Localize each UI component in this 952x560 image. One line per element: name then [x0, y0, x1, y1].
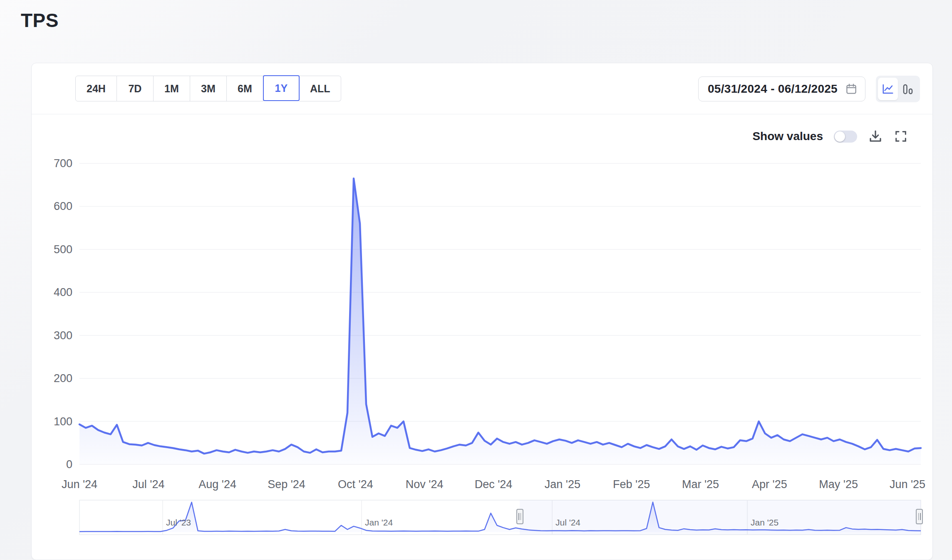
- range-button-3m[interactable]: 3M: [190, 76, 227, 101]
- toggle-knob: [835, 131, 845, 142]
- navigator-left-handle[interactable]: [516, 509, 523, 524]
- range-button-1y[interactable]: 1Y: [263, 75, 300, 101]
- x-axis-tick-label: Feb '25: [613, 478, 650, 491]
- range-button-all[interactable]: ALL: [299, 76, 342, 101]
- toolbar-right: 05/31/2024 - 06/12/2025: [698, 76, 920, 102]
- x-axis-tick-label: Jun '24: [62, 478, 97, 491]
- bar-chart-icon: [902, 83, 914, 95]
- y-axis-tick-label: 200: [39, 372, 72, 385]
- download-button[interactable]: [868, 129, 883, 144]
- date-range-picker[interactable]: 05/31/2024 - 06/12/2025: [698, 76, 865, 101]
- show-values-label: Show values: [752, 130, 823, 143]
- fullscreen-icon: [894, 129, 908, 143]
- y-axis-tick-label: 700: [39, 157, 72, 170]
- calendar-icon: [845, 83, 858, 95]
- line-chart-type-button[interactable]: [878, 78, 898, 100]
- chart-type-toggle-group: [876, 76, 920, 102]
- range-button-1m[interactable]: 1M: [154, 76, 190, 101]
- x-axis-tick-label: Jul '24: [132, 478, 164, 491]
- page-title: TPS: [21, 9, 59, 32]
- x-axis-tick-label: May '25: [819, 478, 858, 491]
- y-axis-tick-label: 0: [39, 458, 72, 471]
- main-series-line: [79, 178, 921, 454]
- line-chart-icon: [882, 83, 894, 95]
- toolbar-divider: [32, 114, 932, 114]
- range-button-6m[interactable]: 6M: [227, 76, 263, 101]
- show-values-toggle[interactable]: [834, 131, 857, 143]
- x-axis-tick-label: Jan '25: [545, 478, 580, 491]
- chart-card: 24H 7D 1M 3M 6M 1Y ALL 05/31/2024 - 06/1…: [31, 63, 933, 560]
- x-axis-tick-label: Apr '25: [752, 478, 787, 491]
- x-axis-tick-label: Sep '24: [268, 478, 305, 491]
- fullscreen-button[interactable]: [894, 129, 908, 143]
- navigator-tick-label: Jul '23: [166, 518, 191, 528]
- date-range-value: 05/31/2024 - 06/12/2025: [708, 82, 838, 96]
- toolbar: 24H 7D 1M 3M 6M 1Y ALL 05/31/2024 - 06/1…: [32, 63, 932, 114]
- x-axis-tick-label: Mar '25: [682, 478, 719, 491]
- navigator-right-handle[interactable]: [916, 509, 923, 524]
- y-axis-tick-label: 600: [39, 200, 72, 213]
- navigator-tick-label: Jan '25: [751, 518, 778, 528]
- time-range-group: 24H 7D 1M 3M 6M 1Y ALL: [75, 76, 341, 101]
- x-axis-tick-label: Nov '24: [406, 478, 444, 491]
- navigator-tick-label: Jan '24: [365, 518, 393, 528]
- y-axis-tick-label: 300: [39, 329, 72, 342]
- range-button-7d[interactable]: 7D: [117, 76, 154, 101]
- x-axis-tick-label: Dec '24: [475, 478, 513, 491]
- x-axis-tick-label: Oct '24: [338, 478, 373, 491]
- bar-chart-type-button[interactable]: [898, 78, 918, 100]
- download-icon: [868, 129, 883, 144]
- chart-header: Show values: [752, 129, 908, 144]
- main-series-area: [79, 178, 921, 464]
- y-axis-tick-label: 100: [39, 415, 72, 428]
- x-axis-tick-label: Jun '25: [890, 478, 925, 491]
- gridlines: [79, 163, 921, 464]
- range-button-24h[interactable]: 24H: [75, 76, 117, 101]
- x-axis-tick-label: Aug '24: [198, 478, 236, 491]
- y-axis-tick-label: 500: [39, 243, 72, 256]
- navigator-tick-label: Jul '24: [555, 518, 580, 528]
- y-axis-tick-label: 400: [39, 286, 72, 299]
